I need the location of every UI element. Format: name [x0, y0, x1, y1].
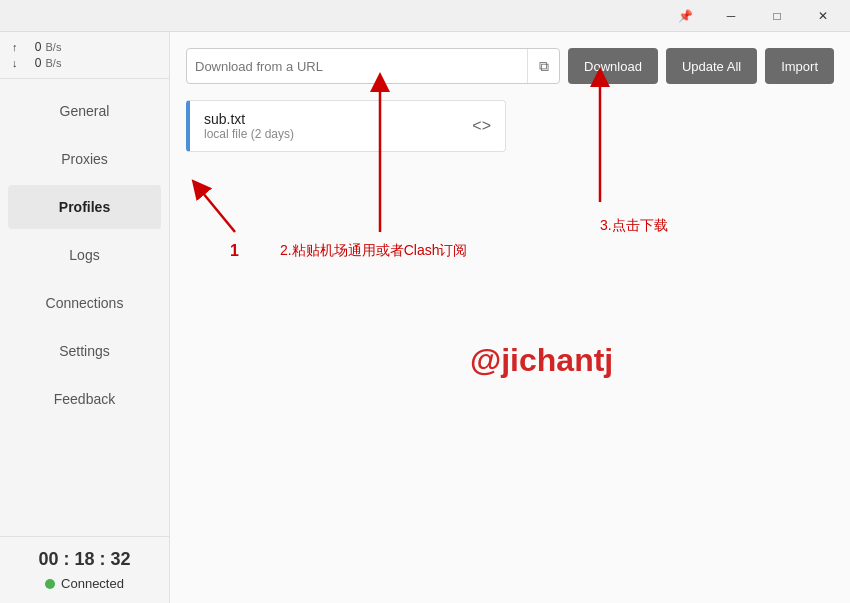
titlebar: 📌 ─ □ ✕ — [0, 0, 850, 32]
upload-unit: B/s — [46, 41, 62, 53]
maximize-button[interactable]: □ — [754, 0, 800, 32]
connection-label: Connected — [61, 576, 124, 591]
profile-item[interactable]: sub.txt local file (2 days) <> — [186, 100, 506, 152]
upload-arrow-icon: ↑ — [12, 41, 18, 53]
sidebar-item-general[interactable]: General — [8, 89, 161, 133]
download-value: 0 — [22, 56, 42, 70]
top-bar: ⧉ Download Update All Import — [186, 48, 834, 84]
nav-items: General Proxies Profiles Logs Connection… — [0, 79, 169, 536]
profile-code-button[interactable]: <> — [472, 117, 491, 135]
profile-info: sub.txt local file (2 days) — [204, 111, 472, 141]
sidebar-bottom: 00 : 18 : 32 Connected — [0, 536, 169, 603]
import-button[interactable]: Import — [765, 48, 834, 84]
step1-label: 1 — [230, 242, 239, 260]
minimize-button[interactable]: ─ — [708, 0, 754, 32]
profile-meta: local file (2 days) — [204, 127, 472, 141]
url-input[interactable] — [187, 59, 527, 74]
upload-row: ↑ 0 B/s — [12, 40, 157, 54]
pin-button[interactable]: 📌 — [662, 0, 708, 32]
clock-display: 00 : 18 : 32 — [12, 549, 157, 570]
download-unit: B/s — [46, 57, 62, 69]
step2-label: 2.粘贴机场通用或者Clash订阅 — [280, 242, 467, 260]
sidebar: ↑ 0 B/s ↓ 0 B/s General Proxies Profiles… — [0, 32, 170, 603]
copy-url-button[interactable]: ⧉ — [527, 49, 559, 83]
app-body: ↑ 0 B/s ↓ 0 B/s General Proxies Profiles… — [0, 32, 850, 603]
status-dot-icon — [45, 579, 55, 589]
close-icon: ✕ — [818, 9, 828, 23]
update-all-button[interactable]: Update All — [666, 48, 757, 84]
sidebar-item-settings[interactable]: Settings — [8, 329, 161, 373]
sidebar-item-proxies[interactable]: Proxies — [8, 137, 161, 181]
traffic-info: ↑ 0 B/s ↓ 0 B/s — [0, 32, 169, 79]
step3-label: 3.点击下载 — [600, 217, 668, 235]
close-button[interactable]: ✕ — [800, 0, 846, 32]
minimize-icon: ─ — [727, 9, 736, 23]
pin-icon: 📌 — [678, 9, 693, 23]
sidebar-item-profiles[interactable]: Profiles — [8, 185, 161, 229]
connection-status: Connected — [12, 576, 157, 591]
download-arrow-icon: ↓ — [12, 57, 18, 69]
svg-line-0 — [198, 187, 235, 232]
sidebar-item-feedback[interactable]: Feedback — [8, 377, 161, 421]
upload-value: 0 — [22, 40, 42, 54]
copy-icon: ⧉ — [539, 58, 549, 75]
sidebar-item-logs[interactable]: Logs — [8, 233, 161, 277]
maximize-icon: □ — [773, 9, 780, 23]
download-row: ↓ 0 B/s — [12, 56, 157, 70]
url-input-wrapper[interactable]: ⧉ — [186, 48, 560, 84]
watermark-text: @jichantj — [470, 342, 613, 379]
main-content: ⧉ Download Update All Import sub.txt loc… — [170, 32, 850, 603]
profile-name: sub.txt — [204, 111, 472, 127]
sidebar-item-connections[interactable]: Connections — [8, 281, 161, 325]
download-button[interactable]: Download — [568, 48, 658, 84]
